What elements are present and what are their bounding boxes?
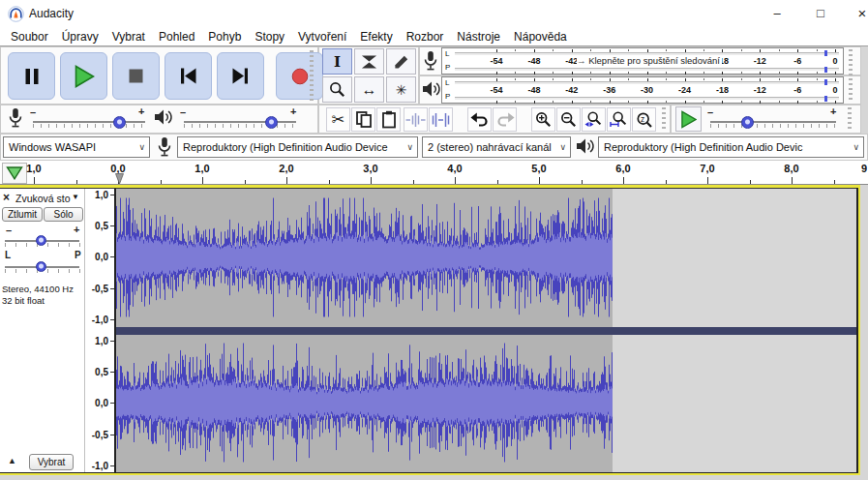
- record-volume-min: –: [30, 106, 36, 118]
- collapse-track-button[interactable]: ▲: [8, 456, 16, 465]
- meter-tick: [797, 101, 798, 104]
- menu-item-vytvoreni[interactable]: Vytvoření: [291, 30, 353, 44]
- menu-item-pohled[interactable]: Pohled: [152, 30, 201, 44]
- zoom-in-icon: [535, 111, 552, 128]
- recording-device-select[interactable]: Reproduktory (High Definition Audio Devi…: [177, 136, 418, 158]
- meter-minor-tick: [553, 72, 554, 74]
- gain-slider-thumb[interactable]: [36, 235, 46, 246]
- record-volume-thumb[interactable]: [113, 116, 126, 129]
- pause-button[interactable]: [8, 52, 55, 100]
- track-menu-triangle-icon[interactable]: ▼: [72, 193, 79, 201]
- meter-minor-tick: [628, 101, 629, 103]
- track-close-button[interactable]: ×: [3, 191, 10, 204]
- copy-button[interactable]: [351, 107, 375, 132]
- recording-channels-select[interactable]: 2 (stereo) nahrávací kanál∨: [422, 136, 571, 158]
- zoom-toggle-button[interactable]: z: [632, 107, 656, 132]
- stop-button[interactable]: [112, 52, 160, 100]
- speed-slider-ticks: [710, 124, 837, 128]
- timeline-ruler[interactable]: 1,00,01,02,03,04,05,06,07,08,09: [0, 161, 868, 185]
- zoom-tool-button[interactable]: [322, 76, 352, 103]
- draw-tool-button[interactable]: [386, 48, 416, 75]
- audio-host-select[interactable]: Windows WASAPI∨: [3, 136, 150, 158]
- transport-grip[interactable]: [310, 50, 314, 101]
- playback-device-select[interactable]: Reproduktory (High Definition Audio Devi…: [598, 136, 864, 158]
- fit-project-button[interactable]: [607, 107, 631, 132]
- silence-selection-button[interactable]: [429, 107, 453, 132]
- speed-slider[interactable]: [710, 121, 836, 123]
- menu-item-pohyb[interactable]: Pohyb: [201, 30, 248, 44]
- meter-minor-tick: [779, 78, 780, 80]
- timeline-minor-tick: [666, 180, 667, 184]
- solo-button[interactable]: Sólo: [44, 207, 83, 222]
- close-button[interactable]: ×: [846, 0, 868, 27]
- meter-tick: [722, 78, 723, 81]
- stop-icon: [129, 69, 143, 83]
- zoom-out-button[interactable]: [556, 107, 581, 132]
- envelope-tool-button[interactable]: [354, 48, 384, 75]
- record-meter-mic-icon: [423, 50, 438, 72]
- selection-tool-button[interactable]: I: [322, 48, 352, 75]
- redo-button[interactable]: [493, 107, 517, 132]
- speed-slider-thumb[interactable]: [741, 116, 754, 129]
- menu-item-upravy[interactable]: Úpravy: [55, 30, 105, 44]
- trim-outside-selection-button[interactable]: [404, 107, 428, 132]
- record-volume-slider[interactable]: [33, 121, 145, 123]
- track-focus-border-right: [858, 185, 860, 475]
- paste-button[interactable]: [376, 107, 401, 132]
- menu-item-rozbor[interactable]: Rozbor: [400, 30, 451, 44]
- timeline-major-tick: [371, 177, 372, 184]
- channel-separator[interactable]: [116, 327, 856, 335]
- skip-to-end-button[interactable]: [217, 52, 264, 100]
- meter-minor-tick: [515, 72, 516, 74]
- meter-scale-label: -6: [793, 56, 801, 66]
- play-volume-slider[interactable]: [184, 121, 296, 123]
- waveform-channel-1[interactable]: [116, 189, 856, 327]
- play-at-speed-button[interactable]: [675, 106, 702, 132]
- meter-tick: [722, 49, 723, 52]
- mute-button[interactable]: Ztlumit: [2, 207, 43, 222]
- track-title[interactable]: Zvuková sto: [15, 193, 71, 204]
- paste-icon: [381, 110, 397, 129]
- cursor-arrow-icon: →: [577, 55, 586, 66]
- multi-tool-button[interactable]: ✳: [386, 76, 416, 103]
- menu-item-soubor[interactable]: Soubor: [4, 30, 55, 44]
- recording-meter[interactable]: L P → Klepněte pro spuštění sledování -5…: [441, 47, 844, 75]
- pan-right-label: P: [75, 250, 81, 260]
- menu-item-vybrat[interactable]: Vybrat: [105, 30, 152, 44]
- maximize-button[interactable]: □: [804, 0, 837, 27]
- play-button[interactable]: [60, 52, 107, 100]
- play-volume-thumb[interactable]: [265, 116, 278, 129]
- skip-to-start-button[interactable]: [165, 52, 212, 100]
- timeshift-tool-button[interactable]: ↔: [354, 76, 384, 103]
- edit-toolbar-grip[interactable]: [662, 107, 666, 131]
- record-icon: [291, 68, 309, 85]
- meter-minor-tick: [741, 49, 742, 51]
- menu-item-stopy[interactable]: Stopy: [248, 30, 291, 44]
- vertical-scale-channel-1[interactable]: 1,00,50,0-0,5-1,0: [85, 189, 114, 327]
- pan-slider-thumb[interactable]: [36, 261, 46, 272]
- meter-minor-tick: [703, 49, 704, 51]
- menu-item-nastroje[interactable]: Nástroje: [450, 30, 507, 44]
- record-button[interactable]: [276, 52, 323, 100]
- menu-item-efekty[interactable]: Efekty: [353, 30, 399, 44]
- timeline-major-tick: [455, 177, 456, 184]
- zoom-in-button[interactable]: [531, 107, 555, 132]
- meter-tick: [685, 49, 686, 52]
- meter-tick: [496, 49, 497, 52]
- cut-button[interactable]: ✂: [326, 107, 350, 132]
- minimize-button[interactable]: –: [761, 0, 793, 27]
- fit-selection-button[interactable]: [582, 107, 606, 132]
- meter-tick: [797, 72, 798, 75]
- menu-item-napoveda[interactable]: Nápověda: [507, 30, 574, 44]
- meter-minor-tick: [515, 101, 516, 103]
- waveform-channel-2[interactable]: [116, 335, 856, 472]
- meter-grip[interactable]: [849, 49, 853, 102]
- vertical-scale-channel-2[interactable]: 1,00,50,0-0,5-1,0: [85, 335, 114, 472]
- playback-meter[interactable]: L P -54-48-42-36-30-24-18-12-60: [441, 76, 844, 104]
- undo-button[interactable]: [467, 107, 492, 132]
- scissors-icon: ✂: [332, 110, 344, 129]
- fit-selection-icon: [584, 111, 603, 128]
- meter-peak-indicator: [824, 50, 827, 56]
- select-track-button[interactable]: Vybrat: [29, 454, 74, 470]
- speed-toolbar-grip[interactable]: [848, 107, 852, 131]
